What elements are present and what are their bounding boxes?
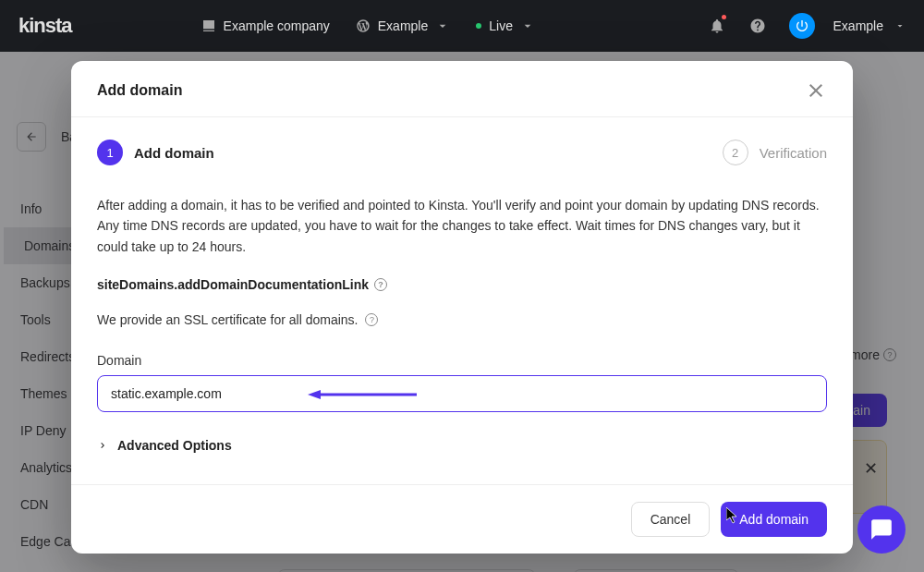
building-icon [201,18,216,33]
ssl-info: We provide an SSL certificate for all do… [97,312,827,327]
company-selector[interactable]: Example company [201,18,330,33]
modal-title: Add domain [97,82,182,99]
logo: kinsta [18,14,72,38]
env-label: Live [489,18,513,33]
advanced-options-toggle[interactable]: Advanced Options [97,438,827,453]
site-selector[interactable]: Example [356,18,450,33]
chat-icon [869,517,894,542]
topbar: kinsta Example company Example Live Exam… [0,0,924,52]
env-selector[interactable]: Live [476,18,535,33]
modal-description: After adding a domain, it has to be veri… [97,195,827,257]
user-menu[interactable]: Example [833,18,906,33]
cancel-button[interactable]: Cancel [631,502,711,537]
step-2-number: 2 [723,140,748,165]
chat-widget[interactable] [857,505,906,554]
modal-overlay: Add domain 1 Add domain 2 Verification A… [0,52,924,572]
domain-input[interactable] [97,375,827,412]
cursor-pointer [726,507,739,524]
stepper: 1 Add domain 2 Verification [97,140,827,165]
help-circle-icon [749,18,766,34]
company-name: Example company [224,18,330,33]
help-icon[interactable]: ? [365,313,378,326]
chevron-down-icon [520,18,535,33]
external-link-icon: ? [374,278,387,291]
step-1-label: Add domain [134,145,214,161]
notifications-button[interactable] [700,9,734,43]
site-name: Example [378,18,428,33]
step-1: 1 Add domain [97,140,214,165]
live-indicator [476,23,481,29]
documentation-link[interactable]: siteDomains.addDomainDocumentationLink ? [97,277,827,292]
power-button[interactable] [789,13,815,39]
chevron-down-icon [894,20,906,31]
notification-dot [722,15,726,19]
bell-icon [709,18,725,34]
close-icon[interactable] [805,79,827,102]
step-2-label: Verification [760,145,827,161]
add-domain-modal: Add domain 1 Add domain 2 Verification A… [71,61,853,554]
power-icon [795,18,809,33]
step-2: 2 Verification [723,140,827,165]
domain-label: Domain [97,353,827,368]
help-button[interactable] [741,9,774,43]
user-name: Example [833,18,883,33]
chevron-down-icon [435,18,450,33]
chevron-right-icon [97,440,108,451]
wordpress-icon [356,18,371,33]
modal-header: Add domain [71,61,853,117]
step-1-number: 1 [97,140,123,165]
